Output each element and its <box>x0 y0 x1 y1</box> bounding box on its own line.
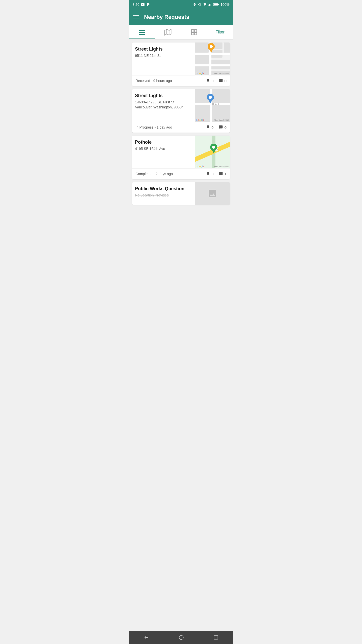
card-info-4: Public Works Question No Location Provid… <box>132 182 195 205</box>
svg-rect-14 <box>194 30 197 32</box>
card-address-2: 14600–14798 SE First St, Vancouver, Wash… <box>135 100 192 110</box>
status-right: 100% <box>193 3 230 7</box>
pin-action-2[interactable]: 0 <box>206 125 213 130</box>
tab-map[interactable] <box>155 25 181 39</box>
card-status-1: Received - 9 hours ago <box>135 79 172 83</box>
filter-label: Filter <box>215 30 224 34</box>
card-top-1: Street Lights 9511 NE 21st St <box>132 43 230 75</box>
google-label-3: Google <box>196 165 204 168</box>
card-address-3: 4195 SE 164th Ave <box>135 146 192 151</box>
comment-action-2[interactable]: 0 <box>218 125 227 130</box>
pin-count-1: 0 <box>211 79 213 83</box>
map-data-2: Map data ©2019 <box>214 119 229 121</box>
page-title: Nearby Requests <box>144 14 189 20</box>
card-actions-1: 0 0 <box>206 78 227 83</box>
card-top-3: Pothole 4195 SE 164th Ave 14 <box>132 136 230 168</box>
request-list: Street Lights 9511 NE 21st St <box>129 39 233 223</box>
svg-rect-6 <box>214 4 218 5</box>
svg-rect-25 <box>195 53 230 55</box>
parking-icon <box>146 3 150 7</box>
card-map-2: NE 14th SE 1st St Google Map data ©2019 <box>195 89 230 122</box>
svg-marker-30 <box>209 49 213 53</box>
battery-icon <box>213 3 219 6</box>
time-display: 3:26 <box>132 3 139 7</box>
card-title-1: Street Lights <box>135 47 192 52</box>
comment-action-3[interactable]: 1 <box>218 172 227 176</box>
card-title-2: Street Lights <box>135 93 192 98</box>
card-footer-3: Completed - 2 days ago 0 1 <box>132 168 230 179</box>
svg-rect-7 <box>139 30 145 31</box>
tab-list[interactable] <box>129 25 155 39</box>
svg-rect-13 <box>191 30 194 32</box>
card-footer-2: In Progress - 1 day ago 0 0 <box>132 122 230 133</box>
card-title-4: Public Works Question <box>135 186 192 191</box>
map-data-1: Map data ©2019 <box>214 72 229 75</box>
google-label-2: Google <box>196 119 204 121</box>
tab-bar: Filter <box>129 25 233 39</box>
svg-rect-2 <box>210 4 211 6</box>
svg-rect-33 <box>212 89 230 103</box>
comment-action-1[interactable]: 0 <box>218 78 227 83</box>
vibrate-icon <box>198 3 201 6</box>
svg-point-29 <box>210 45 213 48</box>
menu-button[interactable] <box>133 15 139 19</box>
card-title-3: Pothole <box>135 140 192 145</box>
svg-rect-15 <box>191 32 194 35</box>
list-view-icon <box>139 29 146 36</box>
svg-point-48 <box>212 146 215 149</box>
request-card-3[interactable]: Pothole 4195 SE 164th Ave 14 <box>132 136 230 179</box>
google-label-1: Google <box>196 72 204 75</box>
grid-view-icon <box>191 29 198 36</box>
svg-rect-16 <box>194 32 197 35</box>
svg-rect-5 <box>218 4 219 5</box>
wifi-icon <box>203 3 207 7</box>
card-actions-2: 0 0 <box>206 125 227 130</box>
comment-count-3: 1 <box>224 172 227 176</box>
card-map-1: Google Map data ©2019 <box>195 43 230 75</box>
pin-action-3[interactable]: 0 <box>206 172 213 176</box>
pin-icon-3 <box>206 172 210 176</box>
pin-icon-2 <box>206 125 210 130</box>
request-card-2[interactable]: Street Lights 14600–14798 SE First St, V… <box>132 89 230 133</box>
app-bar: Nearby Requests <box>129 9 233 25</box>
card-top-2: Street Lights 14600–14798 SE First St, V… <box>132 89 230 122</box>
map-view-icon <box>164 29 171 36</box>
filter-button[interactable]: Filter <box>207 26 233 38</box>
svg-rect-8 <box>139 32 145 33</box>
svg-point-40 <box>209 96 212 99</box>
request-card-4[interactable]: Public Works Question No Location Provid… <box>132 182 230 205</box>
card-map-4 <box>195 182 230 205</box>
pin-action-1[interactable]: 0 <box>206 78 213 83</box>
tab-grid[interactable] <box>181 25 207 39</box>
status-left: 3:26 <box>132 3 150 7</box>
svg-marker-10 <box>165 29 171 35</box>
request-card-1[interactable]: Street Lights 9511 NE 21st St <box>132 43 230 86</box>
map-data-3: Map data ©2019 <box>214 166 229 168</box>
comment-icon-2 <box>218 125 223 130</box>
pin-count-3: 0 <box>211 172 213 176</box>
location-icon <box>193 3 196 6</box>
comment-icon-1 <box>218 78 223 83</box>
svg-rect-26 <box>195 64 230 66</box>
svg-rect-1 <box>209 4 210 6</box>
battery-percent: 100% <box>220 3 230 7</box>
card-footer-1: Received - 9 hours ago 0 0 <box>132 75 230 86</box>
notification-icon <box>141 3 145 7</box>
pin-icon-1 <box>206 78 210 83</box>
signal-icon <box>208 3 212 6</box>
image-placeholder-icon <box>207 188 217 198</box>
comment-count-2: 0 <box>224 125 227 130</box>
svg-marker-49 <box>211 149 216 153</box>
comment-count-1: 0 <box>224 79 227 83</box>
svg-rect-3 <box>211 3 211 6</box>
svg-rect-9 <box>139 34 145 35</box>
card-address-1: 9511 NE 21st St <box>135 53 192 58</box>
svg-text:SE 1st St: SE 1st St <box>212 103 219 105</box>
status-bar: 3:26 100% <box>129 0 233 9</box>
card-info-2: Street Lights 14600–14798 SE First St, V… <box>132 89 195 122</box>
card-info-3: Pothole 4195 SE 164th Ave <box>132 136 195 168</box>
svg-marker-41 <box>208 99 213 103</box>
svg-rect-0 <box>209 5 209 6</box>
svg-rect-19 <box>224 43 230 53</box>
svg-rect-21 <box>195 55 209 64</box>
